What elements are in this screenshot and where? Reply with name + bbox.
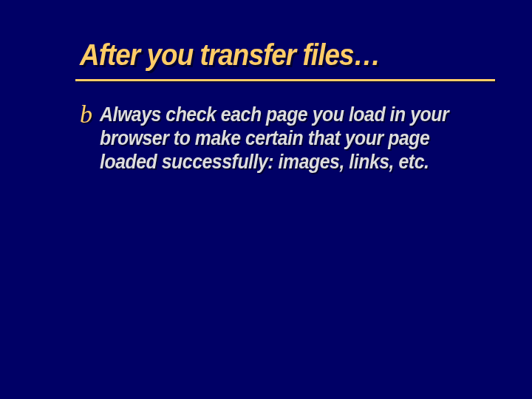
slide: After you transfer files… b Always check… [0, 0, 532, 399]
bullet-item: b Always check each page you load in you… [80, 103, 488, 174]
slide-title: After you transfer files… [80, 38, 455, 72]
bullet-text: Always check each page you load in your … [100, 103, 457, 174]
title-divider [75, 79, 495, 81]
bullet-icon: b [80, 102, 92, 127]
